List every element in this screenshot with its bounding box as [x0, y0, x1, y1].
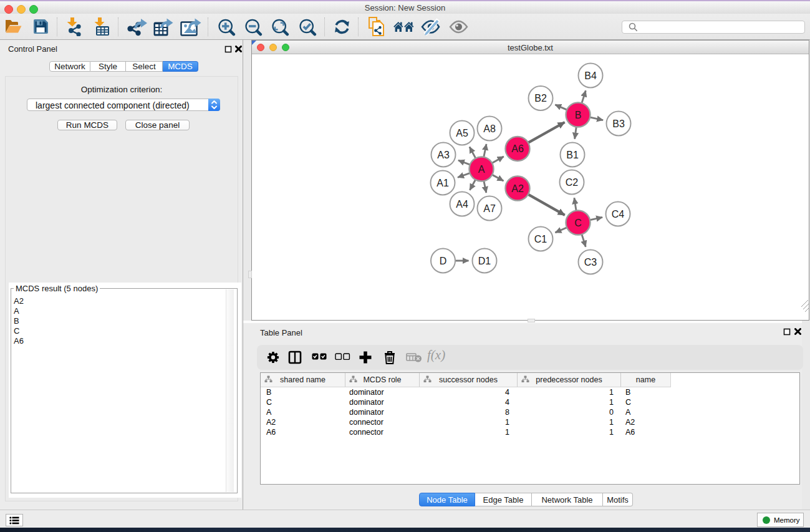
- svg-text:A8: A8: [483, 123, 496, 134]
- svg-text:A3: A3: [437, 150, 450, 160]
- svg-text:C3: C3: [584, 257, 597, 268]
- svg-text:A5: A5: [456, 128, 468, 138]
- svg-text:A7: A7: [483, 203, 496, 214]
- svg-text:B3: B3: [612, 118, 625, 129]
- svg-text:B: B: [575, 110, 582, 120]
- svg-text:B4: B4: [584, 70, 597, 81]
- svg-text:D1: D1: [478, 256, 491, 266]
- svg-text:A1: A1: [436, 178, 449, 188]
- svg-text:A4: A4: [456, 199, 468, 210]
- svg-text:D: D: [440, 256, 447, 266]
- svg-text:B1: B1: [566, 150, 579, 160]
- svg-text:A2: A2: [511, 183, 524, 194]
- svg-text:C: C: [574, 218, 582, 228]
- svg-text:A6: A6: [511, 143, 524, 154]
- svg-text:C4: C4: [612, 209, 625, 220]
- svg-text:B2: B2: [534, 93, 547, 104]
- svg-text:C1: C1: [534, 234, 547, 244]
- svg-text:A: A: [478, 164, 485, 175]
- svg-text:C2: C2: [566, 177, 579, 188]
